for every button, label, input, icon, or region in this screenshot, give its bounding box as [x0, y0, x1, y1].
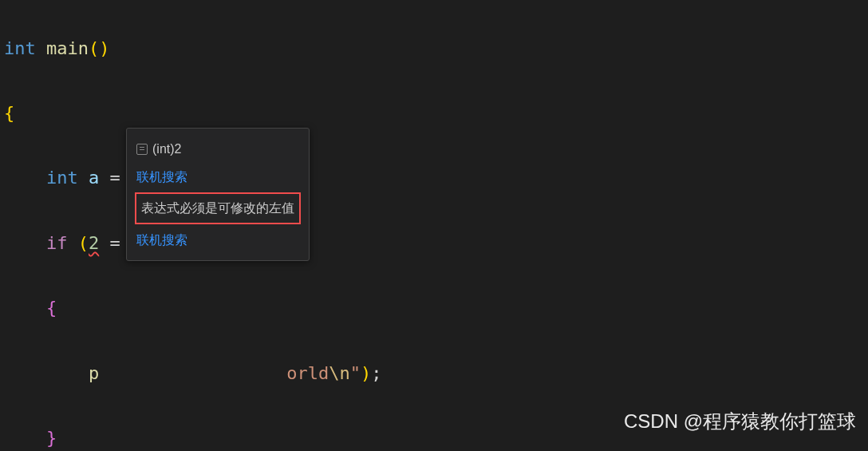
- paren: ): [361, 363, 371, 383]
- code-line[interactable]: {: [4, 97, 868, 130]
- tooltip-search-link[interactable]: 联机搜索: [127, 163, 309, 191]
- keyword-type: int: [4, 38, 36, 58]
- code-line[interactable]: int main(): [4, 33, 868, 65]
- tooltip-search-link[interactable]: 联机搜索: [127, 226, 309, 254]
- escape: \n: [329, 363, 350, 383]
- code-line[interactable]: porld\n");: [4, 358, 868, 390]
- function-name: main: [46, 38, 89, 58]
- code-line[interactable]: {: [4, 292, 868, 325]
- brace: {: [46, 298, 57, 318]
- indent: [4, 428, 46, 448]
- watermark: CSDN @程序猿教你打篮球: [624, 404, 856, 439]
- error-tooltip: (int)2 联机搜索 表达式必须是可修改的左值 联机搜索: [126, 128, 310, 261]
- paren: (: [89, 38, 99, 58]
- info-icon: [136, 144, 148, 155]
- variable: a: [89, 168, 99, 188]
- string: orld: [286, 363, 329, 383]
- indent: [4, 298, 46, 318]
- type-info-text: (int)2: [152, 135, 181, 163]
- semicolon: ;: [371, 363, 381, 383]
- paren: (: [78, 233, 89, 253]
- paren: ): [99, 38, 109, 58]
- string: ": [350, 363, 361, 383]
- tooltip-error-message: 表达式必须是可修改的左值: [135, 192, 301, 224]
- brace: }: [46, 428, 57, 448]
- tooltip-type-info: (int)2: [127, 135, 309, 163]
- indent: [4, 168, 46, 188]
- indent: [4, 233, 46, 253]
- indent: [4, 363, 89, 383]
- partial-text: p: [89, 363, 99, 383]
- number-error[interactable]: 2: [89, 233, 99, 253]
- brace: {: [4, 103, 14, 123]
- keyword-type: int: [46, 168, 78, 188]
- keyword-control: if: [46, 233, 68, 253]
